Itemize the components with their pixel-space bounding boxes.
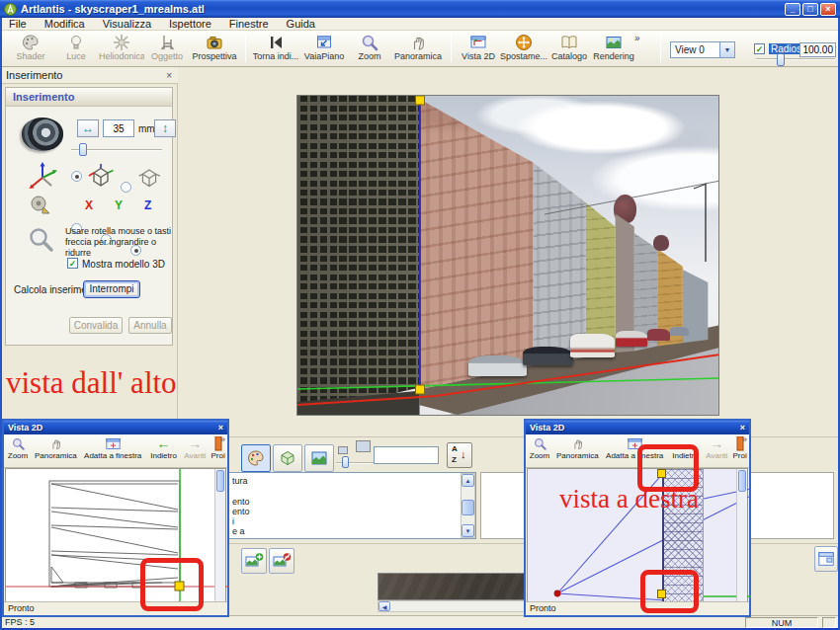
tool-heliodonica[interactable]: Heliodonica: [99, 33, 144, 65]
mode-cube-axes-radio[interactable]: [71, 171, 82, 182]
scroll-up-arrow[interactable]: ▲: [462, 474, 474, 487]
menu-finestre[interactable]: Finestre: [220, 18, 278, 31]
focal-tele-button[interactable]: ↕: [154, 119, 176, 137]
forward-arrow-icon: →: [181, 435, 209, 451]
tool-rendering[interactable]: Rendering: [591, 33, 636, 65]
tool-spostamento[interactable]: Spostame...: [500, 33, 547, 65]
interrupt-button[interactable]: Interrompi: [83, 280, 140, 298]
delete-view-button[interactable]: [269, 548, 294, 574]
catalog-category-list[interactable]: tura ento ento i e a ▲ ▼: [190, 472, 476, 539]
zoom-hint-line2: freccia per ingrandire o ridurre: [65, 237, 172, 259]
catalog-search-input[interactable]: [374, 446, 439, 464]
tool-vaiapiano[interactable]: VaiaPiano: [300, 33, 348, 65]
window-title: Artlantis - skyscraper1_mrealms.atl: [21, 3, 205, 15]
sort-az-button[interactable]: A Z ↓: [447, 442, 472, 468]
thumb-size-slider-thumb[interactable]: [342, 456, 349, 468]
radiosity-value-input[interactable]: [799, 42, 836, 57]
scroll-thumb[interactable]: [216, 470, 224, 492]
tool-torna-indietro[interactable]: Torna indi...: [251, 33, 300, 65]
view-select[interactable]: View 0 ▼: [670, 41, 735, 58]
hand-icon: [391, 33, 445, 51]
fps-status: FPS : 5: [5, 617, 35, 627]
main-toolbar: Shader Luce Heliodonica Oggetto Prospett…: [0, 31, 840, 67]
toolbar-overflow-chevron[interactable]: »: [634, 33, 640, 43]
vista2d-window-icon: [457, 33, 500, 51]
close-icon[interactable]: ×: [218, 423, 223, 433]
validate-button[interactable]: Convalida: [69, 317, 123, 334]
tool-prospettiva[interactable]: Prospettiva: [190, 33, 239, 65]
v2d-zoom-tool[interactable]: Zoom: [526, 434, 553, 460]
sort-a-glyph: A: [452, 444, 458, 453]
menu-modifica[interactable]: Modifica: [36, 18, 94, 31]
catalog-objects-button[interactable]: [273, 444, 302, 472]
tool-panoramica[interactable]: Panoramica: [391, 33, 445, 65]
layout-button[interactable]: [814, 546, 838, 572]
tool-oggetto[interactable]: Oggetto: [144, 33, 190, 65]
inserimento-panel-header[interactable]: Inserimento ×: [0, 67, 178, 84]
vista2d-right-titlebar[interactable]: Vista 2D ×: [526, 421, 749, 434]
focal-wide-button[interactable]: ↔: [77, 119, 99, 137]
layout-icon: [817, 550, 835, 568]
catalog-images-button[interactable]: [304, 444, 334, 472]
focal-slider-thumb[interactable]: [79, 143, 87, 156]
list-item[interactable]: ento: [232, 497, 250, 507]
sun-icon: [99, 33, 144, 51]
v2d-zoom-tool[interactable]: Zoom: [4, 434, 32, 460]
scroll-thumb[interactable]: [738, 470, 746, 492]
list-scrollbar[interactable]: ▲ ▼: [461, 473, 475, 538]
catalog-shaders-button[interactable]: [241, 444, 271, 472]
menu-guida[interactable]: Guida: [278, 18, 324, 31]
hand-icon: [553, 435, 602, 451]
mode-cube-radio[interactable]: [121, 182, 131, 193]
v2d-fit-tool[interactable]: Adatta a finestra: [80, 434, 146, 460]
canvas-scrollbar[interactable]: [736, 469, 747, 602]
magnifier-icon: [526, 435, 553, 451]
axis-y-label: Y: [115, 198, 123, 212]
canvas-scrollbar[interactable]: [214, 469, 225, 602]
menu-visualizza[interactable]: Visualizza: [94, 18, 160, 31]
list-item[interactable]: tura: [232, 476, 248, 486]
tool-luce[interactable]: Luce: [53, 33, 99, 65]
scroll-left-arrow[interactable]: ◀: [378, 601, 390, 611]
v2d-pan-tool[interactable]: Panoramica: [32, 434, 80, 460]
list-item[interactable]: i: [232, 516, 234, 526]
v2d-forward-tool[interactable]: → Avanti: [703, 434, 730, 460]
toolbar-overflow-chevron[interactable]: »: [220, 434, 225, 444]
annotation-right-view-label: vista a destra: [559, 484, 699, 514]
panel-close-icon[interactable]: ×: [166, 70, 172, 81]
focal-length-input[interactable]: [103, 119, 134, 137]
view-select-dropdown-arrow[interactable]: ▼: [719, 42, 734, 57]
title-bar[interactable]: Artlantis - skyscraper1_mrealms.atl _ □ …: [0, 0, 840, 18]
perspective-viewport[interactable]: [296, 95, 719, 416]
v2d-forward-tool[interactable]: → Avanti: [181, 434, 209, 460]
menu-ispettore[interactable]: Ispettore: [160, 18, 220, 31]
v2d-back-tool[interactable]: ← Indietro: [146, 434, 181, 460]
tool-shader[interactable]: Shader: [8, 33, 53, 65]
tool-zoom[interactable]: Zoom: [348, 33, 391, 65]
tool-vista-2d[interactable]: Vista 2D: [457, 33, 500, 65]
list-scroll-thumb[interactable]: [462, 500, 474, 515]
minimize-button[interactable]: _: [785, 3, 800, 16]
menu-bar: File Modifica Visualizza Ispettore Fines…: [0, 18, 840, 31]
show-model-checkbox[interactable]: ✓: [67, 258, 78, 269]
vista2d-left-titlebar[interactable]: Vista 2D ×: [4, 421, 227, 434]
radiosity-checkbox[interactable]: ✓: [754, 43, 765, 54]
cancel-button[interactable]: Annulla: [128, 317, 172, 334]
list-item[interactable]: ento: [232, 507, 250, 516]
radiosity-slider-thumb[interactable]: [777, 53, 785, 66]
app-logo-icon: [4, 3, 17, 16]
close-button[interactable]: ×: [820, 3, 836, 16]
maximize-button[interactable]: □: [802, 3, 818, 16]
focal-unit-label: mm: [138, 123, 155, 134]
menu-file[interactable]: File: [0, 18, 36, 31]
radiosity-slider-track[interactable]: [756, 58, 835, 60]
tool-catalogo[interactable]: Catalogo: [547, 33, 591, 65]
close-icon[interactable]: ×: [740, 423, 745, 433]
v2d-pan-tool[interactable]: Panoramica: [553, 434, 602, 460]
vista2d-left-toolbar: Zoom Panoramica Adatta a finestra ← Indi…: [4, 434, 227, 468]
zoom-hint-magnifier-icon: [28, 226, 55, 256]
add-view-button[interactable]: [241, 548, 267, 574]
list-item[interactable]: e a: [232, 526, 245, 536]
scroll-down-arrow[interactable]: ▼: [462, 524, 474, 537]
toolbar-overflow-chevron[interactable]: »: [742, 434, 747, 444]
